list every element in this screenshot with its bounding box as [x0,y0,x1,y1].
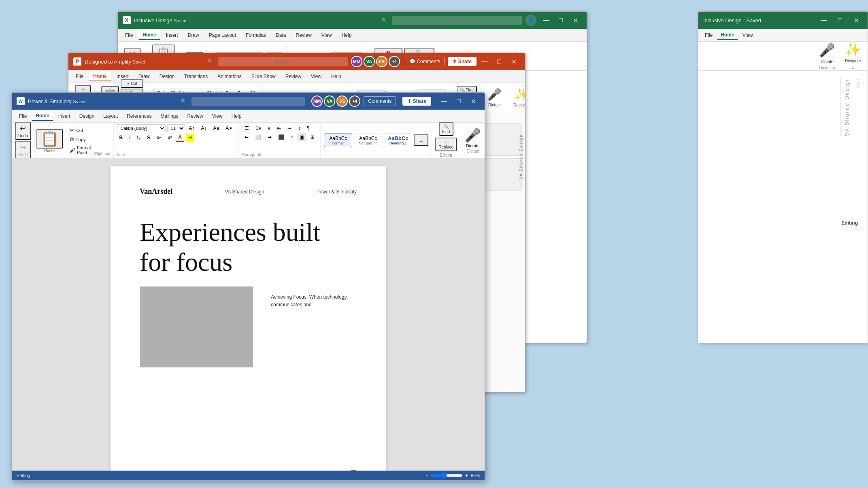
excel-designer-btn[interactable]: ✨ Designer ⌄ [845,42,861,70]
word-minimize-btn[interactable]: — [438,95,451,107]
word-font-select[interactable]: Calibri (Body) [117,124,166,132]
word-align-left-btn[interactable]: ⬅ [242,133,251,141]
ppt-tab-view[interactable]: View [307,72,326,81]
word-shrink-font-btn[interactable]: A↓ [199,124,209,132]
ppt-share-btn[interactable]: ⬆ Share [448,57,477,66]
excel-tab-view[interactable]: View [317,31,336,40]
excel-maximize-btn[interactable]: □ [554,15,567,26]
excel-dictate-btn[interactable]: 🎤 Dictate Dictation [819,42,835,70]
word-tab-layout[interactable]: Layout [99,112,122,121]
word-tab-references[interactable]: References [123,112,155,121]
word-borders-btn[interactable]: ⊞ [308,133,317,141]
ppt-search-input[interactable] [218,57,348,66]
word-style-no-spacing[interactable]: AaBbCc No Spacing [354,134,382,147]
excel-tab-review[interactable]: Review [291,31,315,40]
excel-right-max-btn[interactable]: □ [834,15,847,26]
word-style-normal[interactable]: AaBbCc Normal* [324,134,352,147]
word-tab-insert[interactable]: Insert [54,112,74,121]
word-zoom-out-btn[interactable]: - [426,472,428,479]
word-format-paint-btn[interactable]: 🖌 Format Paint [68,144,93,156]
word-justify-btn[interactable]: ⬛ [276,133,287,141]
word-zoom-slider[interactable] [430,472,463,479]
ppt-minimize-btn[interactable]: — [478,56,491,67]
word-tab-file[interactable]: File [15,112,31,121]
word-paste-btn[interactable]: 📋 [36,129,63,149]
word-tab-view[interactable]: View [208,112,227,121]
excel-tab-home[interactable]: Home [138,30,160,40]
word-clear-format-btn[interactable]: Aa [211,124,222,132]
excel-tab-insert[interactable]: Insert [162,31,182,40]
word-align-center-btn[interactable]: ⬜ [253,133,264,141]
excel-right-min-btn[interactable]: — [817,15,830,26]
word-tab-home[interactable]: Home [32,111,53,121]
word-bullets-btn[interactable]: ☰ [242,124,251,132]
excel-rp-view[interactable]: View [739,31,756,40]
word-find-btn[interactable]: 🔍 Find [439,122,453,136]
word-multilevel-btn[interactable]: ≡ [265,124,273,132]
excel-tab-pagelayout[interactable]: Page Layout [205,31,240,40]
ppt-dictate-icon[interactable]: 🎤 [487,88,502,101]
word-share-btn[interactable]: ⬆ Share [402,97,431,106]
word-cut-btn[interactable]: ✂ Cut [68,126,93,134]
word-text-effects-btn[interactable]: A✦ [223,124,235,132]
word-show-formatting-btn[interactable]: ¶ [304,124,312,132]
word-strikethrough-btn[interactable]: S [145,134,153,142]
ppt-tab-review[interactable]: Review [281,72,305,81]
excel-tab-formulas[interactable]: Formulas [242,31,270,40]
word-style-heading1[interactable]: AaBbCc Heading 1 [384,133,412,147]
word-grow-font-btn[interactable]: A↑ [187,124,197,132]
word-search-input[interactable] [191,97,305,106]
word-fontcolor-btn[interactable]: A [176,133,184,142]
word-superscript-btn[interactable]: x² [165,134,174,142]
word-decrease-indent-btn[interactable]: ⇤ [274,124,283,132]
ppt-tab-slideshow[interactable]: Slide Show [247,72,280,81]
ppt-tab-file[interactable]: File [72,72,87,81]
word-numbering-btn[interactable]: 1≡ [253,124,264,132]
excel-rp-file[interactable]: File [702,31,716,40]
word-zoom-in-btn[interactable]: + [465,472,468,479]
excel-tab-draw[interactable]: Draw [184,31,203,40]
word-styles-more-btn[interactable]: ⌄ [414,134,428,146]
ppt-tab-transitions[interactable]: Transitions [180,72,212,81]
excel-close-btn[interactable]: ✕ [569,15,582,26]
word-tab-review[interactable]: Review [183,112,207,121]
word-copy-btn[interactable]: ⧉ Copy [68,135,93,144]
word-dictate-icon[interactable]: 🎤 [465,127,481,143]
word-shading-btn[interactable]: ▣ [297,133,306,141]
ppt-designer-icon[interactable]: ✨ [515,88,525,101]
excel-minimize-btn[interactable]: — [540,15,553,26]
word-italic-btn[interactable]: I [127,134,133,142]
ppt-cut-btn[interactable]: ✂ Cut [121,79,143,88]
word-underline-btn[interactable]: U [135,134,143,142]
excel-tab-help[interactable]: Help [338,31,356,40]
excel-tab-data[interactable]: Data [272,31,290,40]
word-bold-btn[interactable]: B [117,134,126,142]
word-highlight-btn[interactable]: H [186,134,194,142]
word-fontsize-select[interactable]: 11 [167,124,185,132]
word-increase-indent-btn[interactable]: ⇥ [285,124,294,132]
word-comments-btn[interactable]: Comments [364,96,396,106]
word-tab-mailings[interactable]: Mailings [156,112,182,121]
ppt-tab-animations[interactable]: Animations [213,72,245,81]
excel-rp-home[interactable]: Home [717,30,737,40]
excel-right-close-btn[interactable]: ✕ [850,15,863,26]
word-maximize-btn[interactable]: □ [452,95,465,107]
word-subscript-btn[interactable]: x₂ [154,134,164,142]
word-redo-btn[interactable]: ↪ Redo [15,141,31,159]
word-line-spacing-btn[interactable]: ↕ [288,133,296,141]
word-tab-help[interactable]: Help [228,112,246,121]
excel-tab-file[interactable]: File [121,31,137,40]
ppt-comments-btn[interactable]: 💬 Comments [405,57,445,66]
ppt-tab-home[interactable]: Home [89,72,111,81]
word-undo-btn[interactable]: ↩ Undo [15,122,31,140]
word-sort-btn[interactable]: ↕ [296,124,303,132]
excel-designer-expand[interactable]: ⌄ [851,65,855,70]
ppt-tab-design[interactable]: Design [155,72,179,81]
ppt-maximize-btn[interactable]: □ [493,56,506,67]
word-close-btn[interactable]: ✕ [467,95,480,107]
excel-search-input[interactable] [392,16,522,25]
ppt-close-btn[interactable]: ✕ [507,56,520,67]
ppt-tab-help[interactable]: Help [327,72,345,81]
word-replace-btn[interactable]: ↔ Replace [435,138,457,151]
word-tab-design[interactable]: Design [75,112,98,121]
